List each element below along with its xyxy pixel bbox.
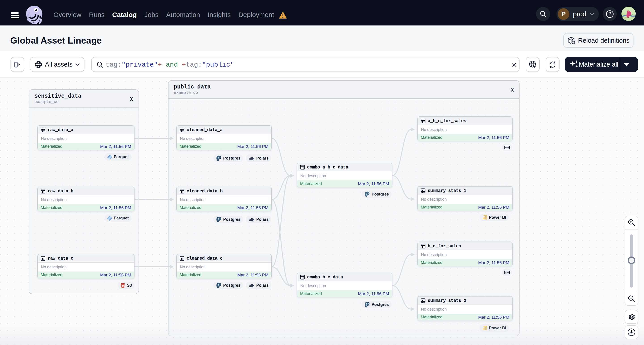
svg-text:csv: csv <box>505 146 509 148</box>
svg-text:csv: csv <box>505 271 509 274</box>
